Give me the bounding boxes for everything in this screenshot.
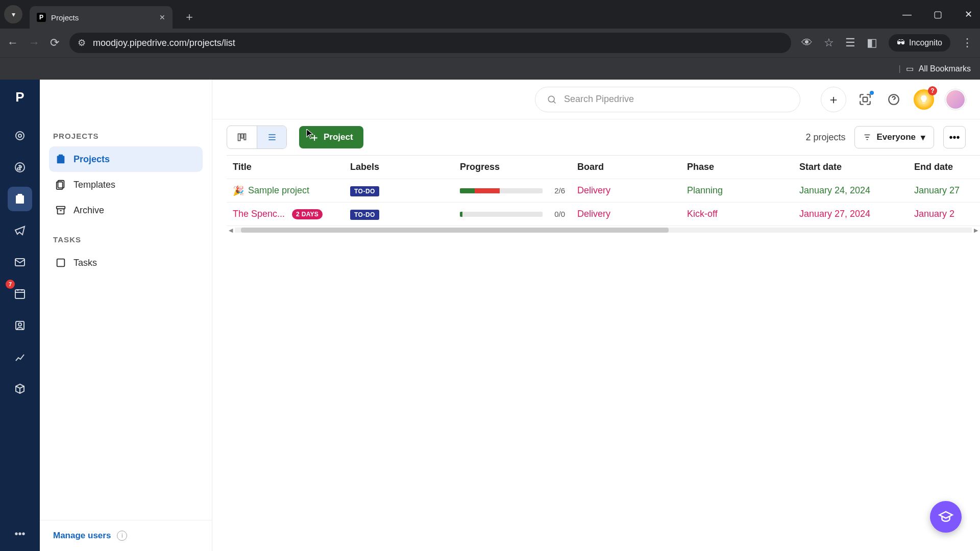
sidebar-section-projects: PROJECTS [53, 132, 199, 140]
col-header-start[interactable]: Start date [793, 162, 908, 172]
phase-cell[interactable]: Planning [681, 185, 793, 196]
view-switcher [227, 126, 287, 149]
incognito-indicator[interactable]: 🕶 Incognito [889, 34, 950, 52]
nav-forward-button[interactable]: → [29, 36, 40, 49]
svg-rect-15 [241, 134, 243, 138]
project-title-link[interactable]: Sample project [248, 185, 309, 196]
table-settings-button[interactable] [974, 163, 980, 172]
sidebar-item-tasks[interactable]: Tasks [49, 250, 203, 276]
col-header-board[interactable]: Board [571, 162, 681, 172]
browser-toolbar: ← → ⟳ ⚙ moodjoy.pipedrive.com/projects/l… [0, 29, 980, 57]
rail-item-insights[interactable] [8, 345, 32, 369]
side-panel-icon[interactable]: ◧ [867, 36, 877, 49]
col-header-title[interactable]: Title [227, 162, 344, 172]
table-header-row: Title Labels Progress Board Phase Start … [227, 156, 980, 179]
window-minimize-button[interactable]: — [899, 9, 915, 20]
window-close-button[interactable]: ✕ [961, 9, 976, 20]
row-actions-button[interactable]: ••• [974, 184, 980, 197]
nav-reload-button[interactable]: ⟳ [50, 36, 59, 49]
browser-tab[interactable]: P Projects ✕ [30, 6, 173, 29]
phase-cell[interactable]: Kick-off [681, 209, 793, 219]
help-icon[interactable] [885, 91, 902, 108]
progress-text: 2/6 [548, 186, 565, 195]
sidebar-item-templates[interactable]: Templates [49, 172, 203, 197]
list-view-button[interactable] [257, 126, 286, 148]
table-row[interactable]: The Spenc... 2 DAYS TO-DO 0/0 Delivery K… [227, 203, 980, 226]
rail-item-mail[interactable] [8, 250, 32, 274]
incognito-icon: 🕶 [897, 38, 905, 47]
table-toolbar: ＋ Project 2 projects Everyone ▾ ••• [212, 119, 980, 155]
scroll-thumb[interactable] [241, 228, 669, 233]
global-add-button[interactable]: ＋ [821, 87, 846, 112]
start-date-cell: January 24, 2024 [793, 185, 908, 196]
col-header-phase[interactable]: Phase [681, 162, 793, 172]
scroll-left-arrow[interactable]: ◀ [227, 227, 235, 234]
owner-filter-button[interactable]: Everyone ▾ [854, 126, 934, 148]
project-count: 2 projects [805, 132, 845, 143]
sales-assistant-icon[interactable] [914, 89, 934, 110]
list-icon [267, 132, 277, 142]
rail-item-products[interactable] [8, 377, 32, 401]
reading-list-icon[interactable]: ☰ [845, 36, 855, 49]
scroll-track[interactable] [235, 228, 972, 233]
new-tab-button[interactable]: ＋ [184, 9, 195, 24]
scroll-right-arrow[interactable]: ▶ [972, 227, 980, 234]
sidebar-item-label: Templates [74, 180, 115, 190]
svg-rect-12 [863, 97, 868, 102]
all-bookmarks-button[interactable]: All Bookmarks [919, 64, 971, 73]
tracking-protection-icon[interactable]: 👁 [801, 36, 813, 49]
manage-users-link[interactable]: Manage users [53, 531, 111, 541]
rail-item-deals[interactable] [8, 155, 32, 180]
svg-point-6 [18, 323, 21, 326]
col-header-labels[interactable]: Labels [344, 162, 454, 172]
tab-search-dropdown[interactable]: ▾ [4, 5, 22, 23]
user-avatar[interactable] [945, 89, 966, 110]
board-cell[interactable]: Delivery [571, 185, 681, 196]
address-bar[interactable]: ⚙ moodjoy.pipedrive.com/projects/list [69, 33, 791, 53]
project-title-link[interactable]: The Spenc... [233, 209, 285, 219]
marketplace-icon[interactable] [856, 91, 874, 108]
search-placeholder: Search Pipedrive [564, 94, 634, 105]
nav-rail: P 7 ••• [0, 80, 40, 551]
search-input[interactable]: Search Pipedrive [535, 87, 800, 112]
rail-item-projects[interactable] [8, 187, 32, 211]
start-date-cell: January 27, 2024 [793, 209, 908, 219]
help-fab[interactable] [930, 501, 962, 533]
chrome-menu-button[interactable]: ⋮ [962, 36, 973, 49]
board-cell[interactable]: Delivery [571, 209, 681, 219]
site-settings-icon[interactable]: ⚙ [78, 37, 86, 48]
plus-icon: ＋ [309, 131, 320, 144]
new-project-button[interactable]: ＋ Project [299, 126, 363, 148]
tab-favicon: P [37, 13, 46, 22]
toolbar-more-button[interactable]: ••• [943, 126, 966, 148]
tasks-icon [55, 257, 66, 268]
sidebar-item-label: Projects [74, 154, 110, 165]
sidebar-item-label: Tasks [74, 258, 97, 268]
row-actions-button[interactable]: ••• [974, 208, 980, 221]
board-view-button[interactable] [227, 126, 257, 148]
rail-item-focus[interactable] [8, 123, 32, 148]
nav-back-button[interactable]: ← [7, 36, 18, 49]
pipedrive-logo[interactable]: P [9, 86, 31, 108]
info-icon[interactable]: i [117, 531, 127, 541]
col-header-progress[interactable]: Progress [454, 162, 571, 172]
tab-close-icon[interactable]: ✕ [159, 13, 165, 21]
tab-title: Projects [51, 13, 154, 22]
rail-item-contacts[interactable] [8, 313, 32, 338]
horizontal-scrollbar[interactable]: ◀ ▶ [227, 226, 980, 234]
rail-item-more[interactable]: ••• [8, 527, 32, 551]
svg-rect-14 [238, 134, 240, 140]
window-maximize-button[interactable]: ▢ [930, 9, 945, 20]
col-header-end[interactable]: End date [908, 162, 974, 172]
label-chip[interactable]: TO-DO [350, 210, 379, 220]
board-icon [237, 132, 247, 142]
sidebar-item-archive[interactable]: Archive [49, 197, 203, 223]
rail-item-campaigns[interactable] [8, 218, 32, 243]
sidebar: PROJECTS Projects Templates Archive TASK… [40, 80, 212, 551]
sidebar-item-projects[interactable]: Projects [49, 146, 203, 172]
label-chip[interactable]: TO-DO [350, 186, 379, 196]
bookmark-star-icon[interactable]: ☆ [824, 36, 834, 49]
table-row[interactable]: 🎉 Sample project TO-DO 2/6 Delivery Plan… [227, 179, 980, 203]
rail-item-activities[interactable]: 7 [8, 282, 32, 306]
svg-point-1 [18, 134, 21, 137]
